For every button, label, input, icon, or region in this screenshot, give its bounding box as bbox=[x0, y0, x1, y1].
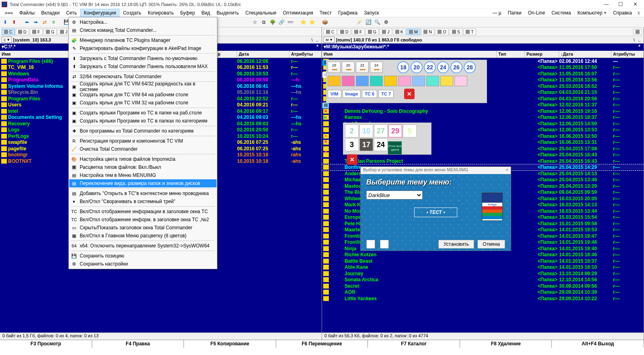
config-dropdown[interactable]: ⚙Настройка...▤Список команд Total Comman… bbox=[68, 17, 217, 269]
dropdown-item[interactable]: ▦Вкл/Откл в Главном Меню расцветку (8 цв… bbox=[69, 232, 217, 240]
list-row[interactable]: AOR <Папка> 29.09.2014 10:39 r— bbox=[322, 289, 644, 296]
folder-color-swatch[interactable] bbox=[328, 76, 341, 86]
dropdown-item[interactable]: ▤Список команд Total Commander... bbox=[69, 26, 217, 34]
f3-button[interactable]: F3 Просмотр bbox=[0, 340, 92, 348]
left-up-button[interactable]: .. bbox=[314, 37, 320, 42]
dropdown-item[interactable]: 🧹Очистка Total Commander bbox=[69, 145, 217, 153]
dropdown-item[interactable]: TCВкл/Откл отображение информации в заго… bbox=[69, 208, 217, 216]
list-row[interactable]: Battle Beast <Папка> 14.01.2015 18:37 r— bbox=[322, 258, 644, 264]
drive-g[interactable]: G bbox=[43, 29, 57, 35]
circ-20[interactable]: 20 bbox=[411, 61, 423, 73]
list-row[interactable]: Little Yankees <Папка> 29.09.2014 10:22 … bbox=[322, 295, 644, 302]
dropdown-item[interactable]: RРегистрация программ и компонентов TC V… bbox=[69, 137, 217, 145]
list-row[interactable]: Richie Kotzen <Папка> 14.01.2015 18:46 r… bbox=[322, 252, 644, 258]
theme-select[interactable]: DarkBlue bbox=[366, 191, 423, 199]
drive-t-r[interactable]: T bbox=[463, 29, 476, 35]
disable-colors-button[interactable]: Откл все цвета bbox=[388, 141, 402, 154]
folder-color-swatch[interactable] bbox=[454, 76, 467, 86]
folder-color-swatch[interactable] bbox=[384, 76, 397, 86]
menu-tabs[interactable]: Вкладки bbox=[38, 9, 63, 17]
drive-s-r[interactable]: S bbox=[450, 29, 462, 35]
number-palette[interactable]: 21027295 31724Откл все цвета✕ bbox=[343, 122, 431, 155]
dropdown-item[interactable]: 🔳Расцветка типов файлов: Вкл./Выкл bbox=[69, 163, 217, 171]
overlay1-close[interactable]: ✕ bbox=[404, 89, 415, 99]
dropdown-item[interactable]: ⚙Сохранить настройки bbox=[69, 260, 217, 268]
maximize-button[interactable]: ☐ bbox=[613, 0, 628, 8]
strip-icon[interactable]: ✖ bbox=[322, 109, 329, 114]
folder-color-swatch[interactable] bbox=[356, 76, 369, 86]
tb-refresh-icon[interactable]: 🔄 bbox=[365, 19, 372, 26]
dropdown-item[interactable]: ▣Создать ярлык для TC VIM 32 на рабочем … bbox=[69, 99, 217, 107]
list-row[interactable]: Secret <Папка> 30.09.2014 09:56 r— bbox=[322, 283, 644, 289]
drive-c[interactable]: C bbox=[2, 29, 15, 35]
tb-down-icon[interactable]: ⬇ bbox=[2, 19, 9, 26]
overlay2-close[interactable]: ✕ bbox=[347, 154, 357, 165]
folder-color-swatch[interactable] bbox=[370, 76, 383, 86]
tb-fav1-icon[interactable]: ⭐ bbox=[299, 19, 307, 26]
menu-computer[interactable]: Компьютер + bbox=[574, 9, 609, 17]
f6-button[interactable]: F6 Перемещение bbox=[276, 340, 368, 348]
dropdown-item[interactable]: ✚Все программы из Total Commander по кат… bbox=[69, 127, 217, 135]
tb-copy-icon[interactable]: ⧉ bbox=[260, 19, 267, 26]
menu-folders[interactable]: Папки bbox=[505, 9, 525, 17]
tb-box-icon[interactable]: 📦 bbox=[321, 19, 328, 26]
tb-fav2-icon[interactable]: ⭐ bbox=[308, 19, 316, 26]
jump-tc6[interactable]: TC 6 bbox=[362, 90, 377, 98]
menu-view[interactable]: Вид bbox=[198, 9, 213, 17]
strip-icon[interactable]: ● bbox=[322, 133, 329, 139]
list-row[interactable]: Kansas <Папка> 12.06.2015 18:37 r— bbox=[322, 114, 644, 121]
cancel-button[interactable]: Отмена bbox=[477, 240, 505, 249]
circ-24[interactable]: 24 bbox=[437, 61, 449, 73]
drive-g-r[interactable]: G bbox=[365, 29, 379, 35]
f8-button[interactable]: F8 Удаление bbox=[460, 340, 552, 348]
menu-help[interactable]: Справка bbox=[610, 9, 635, 17]
altf4-button[interactable]: Alt+F4 Выход bbox=[552, 340, 644, 348]
drive-f-r[interactable]: F bbox=[352, 29, 365, 35]
menu-system[interactable]: Система bbox=[548, 9, 574, 17]
tb-search-icon[interactable]: 🔍 bbox=[374, 19, 381, 26]
circ-18[interactable]: 18 bbox=[397, 61, 409, 73]
menu-opt[interactable]: Оптимизация bbox=[280, 9, 316, 17]
tb-right-icon[interactable]: ➡ bbox=[32, 19, 39, 26]
palette-cell[interactable]: 2 bbox=[345, 125, 359, 137]
drive-c-r[interactable]: C bbox=[324, 29, 337, 35]
f4-button[interactable]: F4 Правка bbox=[92, 340, 184, 348]
palette-cell[interactable]: 17 bbox=[359, 138, 373, 151]
drive-d[interactable]: D bbox=[16, 29, 29, 35]
dropdown-item[interactable]: ▤Настройка тем в Меню MENUIMG bbox=[69, 171, 217, 179]
right-path[interactable]: ▾M:\Музыка\Зарубежные\*.** bbox=[322, 44, 644, 51]
list-row[interactable]: Journey <Папка> 13.10.2014 09:29 r— bbox=[322, 270, 644, 277]
menu-special[interactable]: Специальные bbox=[242, 9, 279, 17]
palette-cell[interactable]: 10 bbox=[359, 125, 373, 137]
f5-button[interactable]: F5 Копирование bbox=[184, 340, 276, 348]
dropdown-item[interactable]: ▣Создать ярлыки Программ из TC в папках … bbox=[69, 117, 217, 125]
circ-28[interactable]: 28 bbox=[464, 61, 476, 73]
menu-files[interactable]: Файлы bbox=[16, 9, 38, 17]
drive-n-r[interactable]: N bbox=[421, 29, 434, 35]
dropdown-item[interactable]: TCВкл/Откл отображение информ. в заголов… bbox=[69, 216, 217, 224]
col-size[interactable]: Размер bbox=[525, 51, 559, 58]
tb-swap-icon[interactable]: ⇄ bbox=[41, 19, 48, 26]
folder-color-swatch[interactable] bbox=[440, 76, 453, 86]
menu-net[interactable]: Сеть bbox=[63, 9, 80, 17]
right-drive-combo[interactable]: м ▾ bbox=[324, 37, 334, 43]
menu-config[interactable]: Конфигурация bbox=[80, 9, 120, 17]
drive-o-r[interactable]: O bbox=[435, 29, 449, 35]
dropdown-item[interactable]: ✎Редактировать файлы конфигурации в Akel… bbox=[69, 44, 217, 52]
drive-d-r[interactable]: D bbox=[338, 29, 351, 35]
tb-left-icon[interactable]: ⬅ bbox=[23, 19, 31, 26]
tb-tree-icon[interactable]: 🌳 bbox=[269, 19, 276, 26]
dropdown-item[interactable]: ▣Создать ярлык для TC VIM 64 на рабочем … bbox=[69, 91, 217, 99]
menu-create[interactable]: Создать bbox=[120, 9, 144, 17]
menu-close-x[interactable]: x bbox=[635, 9, 642, 17]
close-button[interactable]: ✕ bbox=[628, 0, 642, 8]
menu-online[interactable]: On-Line bbox=[524, 9, 548, 17]
dropdown-item[interactable]: 🧩Менеджер плагинов TC Plugins Manager bbox=[69, 36, 217, 44]
drive-j-r[interactable]: J bbox=[380, 29, 392, 35]
dropdown-item[interactable]: ▣Создать ярлык для TC VIM 64/32 разрядно… bbox=[69, 83, 217, 91]
right-fav-icon[interactable]: * bbox=[637, 44, 642, 50]
test-button[interactable]: • ТЕСТ • bbox=[414, 208, 458, 217]
circ-22[interactable]: 22 bbox=[424, 61, 436, 73]
dropdown-item[interactable]: ⬇Загружать с Total Commander Панель по-у… bbox=[69, 54, 217, 62]
drive-extra-r[interactable] bbox=[633, 29, 642, 35]
